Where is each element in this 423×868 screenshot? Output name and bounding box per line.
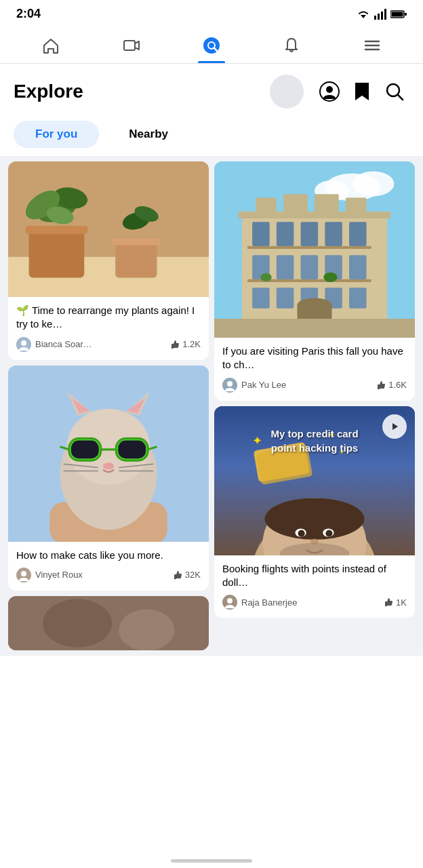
search-icon [385,82,404,101]
card-credit-avatar [222,595,237,610]
card-cat-body: How to make cats like you more. Vinyet R… [8,542,209,591]
card-cat-title: How to make cats like you more. [16,549,201,562]
svg-rect-73 [301,222,319,246]
card-credit[interactable]: ✦ ✦ ✦ My top credit cardpoint hacking ti… [214,406,415,618]
svg-point-59 [119,609,174,650]
status-time: 2:04 [16,7,41,21]
svg-marker-0 [361,15,366,18]
svg-marker-9 [135,41,139,50]
card-paris[interactable]: If you are visiting Paris this fall you … [214,161,415,401]
video-icon [122,36,141,55]
svg-rect-2 [378,14,380,20]
nav-item-explore[interactable] [191,31,232,63]
svg-point-63 [352,172,394,197]
card-plants-image [8,161,209,297]
svg-rect-26 [112,238,160,245]
svg-rect-74 [325,222,342,246]
status-icons [357,9,407,20]
svg-rect-80 [344,246,371,249]
plants-illustration [8,161,209,297]
svg-point-110 [325,530,332,536]
page-title: Explore [14,81,270,102]
svg-rect-94 [277,288,294,309]
tab-nearby[interactable]: Nearby [107,121,190,148]
svg-point-109 [298,530,305,536]
svg-line-20 [398,95,403,100]
svg-rect-1 [374,16,376,20]
bookmark-icon [354,81,370,102]
nav-item-notifications[interactable] [271,31,312,63]
thumb-up-icon [170,340,180,349]
card-cat-likes-count: 32K [185,570,201,580]
svg-point-102 [227,381,233,387]
svg-point-34 [21,340,26,346]
svg-rect-4 [384,9,386,20]
card-plants[interactable]: 🌱 Time to rearrange my plants again! I t… [8,161,209,360]
card-paris-avatar [222,378,237,393]
svg-rect-97 [349,288,367,309]
signal-icon [374,9,386,20]
card-plants-avatar [16,337,31,352]
card-partial-left[interactable] [8,596,209,650]
credit-card-overlay-text: My top credit cardpoint hacking tips [229,427,400,455]
home-icon [41,36,60,55]
card-plants-title: 🌱 Time to rearrange my plants again! I t… [16,304,201,332]
card-cat-meta: Vinyet Roux 32K [16,568,201,583]
card-paris-image [214,161,415,338]
card-credit-title: Booking flights with points instead of d… [222,562,407,590]
profile-icon [319,81,340,102]
svg-rect-72 [277,222,294,246]
svg-rect-70 [346,197,367,215]
nav-item-home[interactable] [31,31,71,63]
play-icon [389,421,400,432]
svg-rect-79 [320,246,347,249]
svg-rect-83 [301,255,319,279]
svg-rect-24 [26,226,88,234]
svg-marker-18 [355,83,369,100]
card-paris-title: If you are visiting Paris this fall you … [222,344,407,372]
card-cat-author: Vinyet Roux [16,568,83,583]
card-cat-author-name: Vinyet Roux [35,570,83,580]
svg-rect-71 [252,222,270,246]
header-search-button[interactable] [270,75,304,108]
tab-for-you[interactable]: For you [14,121,99,148]
card-paris-author-name: Pak Yu Lee [241,380,286,390]
svg-rect-8 [124,41,135,50]
card-credit-author-name: Raja Banerjee [241,597,297,608]
svg-rect-3 [381,12,383,20]
left-column: 🌱 Time to rearrange my plants again! I t… [8,161,209,650]
card-paris-likes-count: 1.6K [388,380,407,390]
thumb-up-icon-credit [384,597,393,607]
right-column: If you are visiting Paris this fall you … [214,161,415,650]
top-nav [0,25,423,64]
nav-item-video[interactable] [111,31,152,63]
svg-rect-88 [296,279,323,282]
explore-icon [202,36,221,55]
card-plants-likes-count: 1.2K [182,339,201,349]
svg-point-91 [260,273,271,281]
bell-icon [282,36,301,55]
page-header: Explore [0,64,423,115]
video-play-button[interactable] [382,414,407,439]
search-icon-button[interactable] [380,77,409,106]
card-credit-image: ✦ ✦ ✦ My top credit cardpoint hacking ti… [214,406,415,555]
svg-rect-7 [405,13,407,16]
svg-rect-75 [349,222,367,246]
card-cat-likes: 32K [173,570,201,580]
card-cat[interactable]: How to make cats like you more. Vinyet R… [8,366,209,591]
svg-point-56 [21,571,26,576]
svg-point-58 [43,599,112,647]
card-partial-left-image [8,596,209,650]
svg-rect-87 [272,279,299,282]
profile-icon-button[interactable] [315,77,344,106]
svg-rect-93 [252,288,270,309]
svg-marker-118 [392,423,398,430]
svg-rect-23 [29,229,85,277]
status-bar: 2:04 [0,0,423,25]
svg-rect-98 [214,319,415,338]
saved-icon-button[interactable] [347,77,377,106]
nav-item-menu[interactable] [352,31,392,63]
card-paris-body: If you are visiting Paris this fall you … [214,338,415,401]
card-plants-author: Bianca Soar… [16,337,92,352]
battery-icon [390,9,407,19]
